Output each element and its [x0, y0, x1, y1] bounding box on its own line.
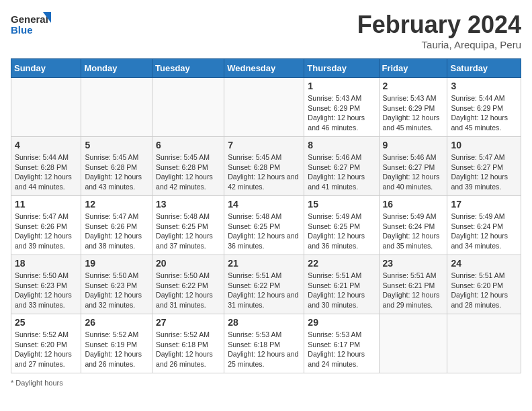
- day-number: 20: [156, 258, 220, 269]
- day-info: Sunrise: 5:50 AM Sunset: 6:22 PM Dayligh…: [156, 271, 220, 310]
- day-info: Sunrise: 5:45 AM Sunset: 6:28 PM Dayligh…: [228, 152, 300, 192]
- day-number: 21: [228, 258, 300, 269]
- calendar-cell: 17Sunrise: 5:49 AM Sunset: 6:24 PM Dayli…: [447, 196, 521, 255]
- day-number: 16: [383, 199, 444, 210]
- calendar-cell: 25Sunrise: 5:52 AM Sunset: 6:20 PM Dayli…: [11, 314, 81, 373]
- calendar-cell: 2Sunrise: 5:43 AM Sunset: 6:29 PM Daylig…: [379, 78, 447, 137]
- calendar-cell: 16Sunrise: 5:49 AM Sunset: 6:24 PM Dayli…: [379, 196, 447, 255]
- calendar-cell: 5Sunrise: 5:45 AM Sunset: 6:28 PM Daylig…: [81, 137, 152, 196]
- day-info: Sunrise: 5:44 AM Sunset: 6:29 PM Dayligh…: [451, 93, 517, 133]
- day-info: Sunrise: 5:46 AM Sunset: 6:27 PM Dayligh…: [308, 152, 375, 192]
- day-number: 5: [85, 140, 148, 150]
- day-number: 4: [15, 140, 77, 150]
- footer-note: * Daylight hours: [11, 379, 521, 387]
- day-info: Sunrise: 5:45 AM Sunset: 6:28 PM Dayligh…: [85, 152, 148, 192]
- calendar-cell: [379, 314, 447, 373]
- header-cell-friday: Friday: [379, 59, 447, 78]
- day-info: Sunrise: 5:45 AM Sunset: 6:28 PM Dayligh…: [156, 152, 220, 192]
- day-number: 22: [308, 258, 375, 269]
- logo: General Blue: [11, 11, 51, 39]
- day-info: Sunrise: 5:49 AM Sunset: 6:24 PM Dayligh…: [451, 212, 517, 251]
- day-number: 25: [15, 317, 77, 328]
- day-number: 27: [156, 317, 220, 328]
- day-number: 26: [85, 317, 148, 328]
- day-number: 28: [228, 317, 300, 328]
- day-info: Sunrise: 5:46 AM Sunset: 6:27 PM Dayligh…: [383, 152, 444, 192]
- calendar-cell: 24Sunrise: 5:51 AM Sunset: 6:20 PM Dayli…: [447, 255, 521, 314]
- day-info: Sunrise: 5:43 AM Sunset: 6:29 PM Dayligh…: [308, 93, 375, 133]
- day-info: Sunrise: 5:47 AM Sunset: 6:26 PM Dayligh…: [15, 212, 77, 251]
- week-row-1: 1Sunrise: 5:43 AM Sunset: 6:29 PM Daylig…: [11, 78, 521, 137]
- day-info: Sunrise: 5:51 AM Sunset: 6:21 PM Dayligh…: [383, 271, 444, 310]
- day-info: Sunrise: 5:52 AM Sunset: 6:18 PM Dayligh…: [156, 330, 220, 369]
- day-info: Sunrise: 5:50 AM Sunset: 6:23 PM Dayligh…: [15, 271, 77, 310]
- day-number: 10: [451, 140, 517, 150]
- calendar-cell: 15Sunrise: 5:49 AM Sunset: 6:25 PM Dayli…: [304, 196, 379, 255]
- day-info: Sunrise: 5:43 AM Sunset: 6:29 PM Dayligh…: [383, 93, 444, 133]
- calendar-cell: 21Sunrise: 5:51 AM Sunset: 6:22 PM Dayli…: [224, 255, 304, 314]
- day-info: Sunrise: 5:44 AM Sunset: 6:28 PM Dayligh…: [15, 152, 77, 192]
- header-cell-monday: Monday: [81, 59, 152, 78]
- day-info: Sunrise: 5:51 AM Sunset: 6:20 PM Dayligh…: [451, 271, 517, 310]
- day-number: 7: [228, 140, 300, 150]
- calendar-cell: 11Sunrise: 5:47 AM Sunset: 6:26 PM Dayli…: [11, 196, 81, 255]
- day-info: Sunrise: 5:52 AM Sunset: 6:20 PM Dayligh…: [15, 330, 77, 369]
- calendar-cell: 28Sunrise: 5:53 AM Sunset: 6:18 PM Dayli…: [224, 314, 304, 373]
- day-info: Sunrise: 5:49 AM Sunset: 6:25 PM Dayligh…: [308, 212, 375, 251]
- day-number: 1: [308, 81, 375, 91]
- header-cell-wednesday: Wednesday: [224, 59, 304, 78]
- day-info: Sunrise: 5:48 AM Sunset: 6:25 PM Dayligh…: [228, 212, 300, 251]
- day-number: 15: [308, 199, 375, 210]
- day-number: 19: [85, 258, 148, 269]
- day-info: Sunrise: 5:47 AM Sunset: 6:26 PM Dayligh…: [85, 212, 148, 251]
- header-cell-sunday: Sunday: [11, 59, 81, 78]
- title-area: February 2024 Tauria, Arequipa, Peru: [357, 11, 521, 50]
- day-info: Sunrise: 5:47 AM Sunset: 6:27 PM Dayligh…: [451, 152, 517, 192]
- calendar-cell: 23Sunrise: 5:51 AM Sunset: 6:21 PM Dayli…: [379, 255, 447, 314]
- day-number: 23: [383, 258, 444, 269]
- calendar-cell: 4Sunrise: 5:44 AM Sunset: 6:28 PM Daylig…: [11, 137, 81, 196]
- calendar-header: SundayMondayTuesdayWednesdayThursdayFrid…: [11, 59, 521, 78]
- day-number: 14: [228, 199, 300, 210]
- week-row-4: 18Sunrise: 5:50 AM Sunset: 6:23 PM Dayli…: [11, 255, 521, 314]
- day-number: 3: [451, 81, 517, 91]
- week-row-5: 25Sunrise: 5:52 AM Sunset: 6:20 PM Dayli…: [11, 314, 521, 373]
- generalblue-logo-icon: General Blue: [11, 11, 51, 39]
- calendar-cell: 13Sunrise: 5:48 AM Sunset: 6:25 PM Dayli…: [152, 196, 224, 255]
- calendar-body: 1Sunrise: 5:43 AM Sunset: 6:29 PM Daylig…: [11, 78, 521, 373]
- calendar-cell: 29Sunrise: 5:53 AM Sunset: 6:17 PM Dayli…: [304, 314, 379, 373]
- day-number: 12: [85, 199, 148, 210]
- week-row-3: 11Sunrise: 5:47 AM Sunset: 6:26 PM Dayli…: [11, 196, 521, 255]
- calendar-cell: 22Sunrise: 5:51 AM Sunset: 6:21 PM Dayli…: [304, 255, 379, 314]
- calendar-cell: 6Sunrise: 5:45 AM Sunset: 6:28 PM Daylig…: [152, 137, 224, 196]
- calendar-cell: 26Sunrise: 5:52 AM Sunset: 6:19 PM Dayli…: [81, 314, 152, 373]
- calendar-cell: 20Sunrise: 5:50 AM Sunset: 6:22 PM Dayli…: [152, 255, 224, 314]
- day-info: Sunrise: 5:50 AM Sunset: 6:23 PM Dayligh…: [85, 271, 148, 310]
- week-row-2: 4Sunrise: 5:44 AM Sunset: 6:28 PM Daylig…: [11, 137, 521, 196]
- calendar-table: SundayMondayTuesdayWednesdayThursdayFrid…: [11, 58, 521, 373]
- day-number: 18: [15, 258, 77, 269]
- calendar-cell: 19Sunrise: 5:50 AM Sunset: 6:23 PM Dayli…: [81, 255, 152, 314]
- calendar-cell: 14Sunrise: 5:48 AM Sunset: 6:25 PM Dayli…: [224, 196, 304, 255]
- day-number: 24: [451, 258, 517, 269]
- day-number: 17: [451, 199, 517, 210]
- day-info: Sunrise: 5:52 AM Sunset: 6:19 PM Dayligh…: [85, 330, 148, 369]
- header: General Blue February 2024 Tauria, Arequ…: [11, 11, 521, 50]
- main-title: February 2024: [357, 11, 521, 39]
- calendar-cell: [81, 78, 152, 137]
- calendar-cell: 27Sunrise: 5:52 AM Sunset: 6:18 PM Dayli…: [152, 314, 224, 373]
- day-info: Sunrise: 5:51 AM Sunset: 6:21 PM Dayligh…: [308, 271, 375, 310]
- header-cell-saturday: Saturday: [447, 59, 521, 78]
- sub-title: Tauria, Arequipa, Peru: [357, 39, 521, 50]
- day-number: 6: [156, 140, 220, 150]
- calendar-cell: 9Sunrise: 5:46 AM Sunset: 6:27 PM Daylig…: [379, 137, 447, 196]
- day-number: 8: [308, 140, 375, 150]
- header-row: SundayMondayTuesdayWednesdayThursdayFrid…: [11, 59, 521, 78]
- header-cell-thursday: Thursday: [304, 59, 379, 78]
- day-info: Sunrise: 5:48 AM Sunset: 6:25 PM Dayligh…: [156, 212, 220, 251]
- day-info: Sunrise: 5:51 AM Sunset: 6:22 PM Dayligh…: [228, 271, 300, 310]
- day-number: 2: [383, 81, 444, 91]
- day-number: 11: [15, 199, 77, 210]
- day-number: 13: [156, 199, 220, 210]
- header-cell-tuesday: Tuesday: [152, 59, 224, 78]
